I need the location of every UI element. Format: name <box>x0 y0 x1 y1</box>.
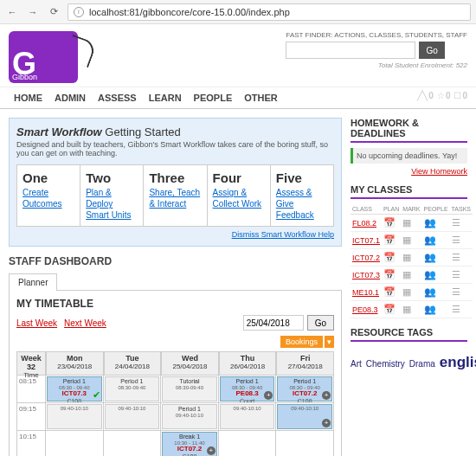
timetable-cell[interactable]: Period 109:40-10:10 <box>161 403 219 431</box>
forward-button[interactable]: → <box>26 5 40 19</box>
class-row: ICT07.1📅▦👥☰ <box>351 232 473 249</box>
fast-finder-input[interactable] <box>286 42 415 59</box>
timetable-cell[interactable] <box>276 431 334 456</box>
timetable-cell[interactable]: 09:40-10:10+ <box>276 403 334 431</box>
timetable-cell[interactable]: Tutorial08:30-09:40 <box>161 376 219 403</box>
plan-icon[interactable]: 📅 <box>382 249 401 267</box>
bookings-button[interactable]: Bookings <box>280 336 323 348</box>
date-input[interactable] <box>243 315 304 331</box>
smart-workflow-panel: Smart Workflow Getting Started Designed … <box>9 118 342 247</box>
plus-icon[interactable]: + <box>207 446 215 455</box>
mark-icon[interactable]: ▦ <box>401 267 421 284</box>
nav-admin[interactable]: ADMIN <box>55 93 86 103</box>
people-icon[interactable]: 👥 <box>422 301 450 318</box>
workflow-step-link[interactable]: Create Outcomes <box>23 187 74 209</box>
tasks-icon[interactable]: ☰ <box>450 267 473 284</box>
last-week-link[interactable]: Last Week <box>16 318 57 328</box>
fast-finder-go-button[interactable]: Go <box>419 42 444 59</box>
plan-icon[interactable]: 📅 <box>382 267 401 284</box>
people-icon[interactable]: 👥 <box>422 249 450 267</box>
enrolment-count: Total Student Enrolment: 522 <box>286 61 467 69</box>
timetable-cell[interactable]: 09:40-10:10 <box>46 403 104 431</box>
tasks-icon[interactable]: ☰ <box>450 249 473 267</box>
class-link[interactable]: ICT07.1 <box>352 236 380 245</box>
check-icon: ✔ <box>93 389 100 400</box>
back-button[interactable]: ← <box>5 5 19 19</box>
timetable-title: MY TIMETABLE <box>16 298 334 310</box>
class-link[interactable]: PE08.3 <box>352 305 378 314</box>
notif-star[interactable]: ☆ 0 <box>437 91 451 100</box>
dismiss-smart-workflow-link[interactable]: Dismiss Smart Workflow Help <box>16 230 334 239</box>
notif-message[interactable]: ☐ 0 <box>453 91 467 100</box>
day-header: Thu26/04/2018 <box>219 351 277 376</box>
people-icon[interactable]: 👥 <box>422 215 450 232</box>
plan-icon[interactable]: 📅 <box>382 284 401 301</box>
class-row: ICT07.3📅▦👥☰ <box>351 267 473 284</box>
timetable-cell[interactable]: Period 108:30 - 09:40ICT07.2C108+ <box>276 376 334 403</box>
workflow-step-link[interactable]: Share, Teach & Interact <box>149 187 201 209</box>
tasks-icon[interactable]: ☰ <box>450 284 473 301</box>
people-icon[interactable]: 👥 <box>422 284 450 301</box>
resource-tags: ArtChemistryDramaenglishIBChemIBPhysicsI… <box>351 350 467 374</box>
mark-icon[interactable]: ▦ <box>401 284 421 301</box>
plus-icon[interactable]: + <box>322 419 331 427</box>
day-header: Fri27/04/2018 <box>276 351 334 376</box>
nav-people[interactable]: PEOPLE <box>194 93 233 103</box>
resource-tag[interactable]: Drama <box>409 359 435 369</box>
nav-learn[interactable]: LEARN <box>149 93 182 103</box>
timetable-cell[interactable]: Period 108:30-09:40 <box>104 376 162 403</box>
notif-activity[interactable]: ╱╲ 0 <box>417 91 434 100</box>
nav-other[interactable]: OTHER <box>244 93 278 103</box>
resource-tag[interactable]: Art <box>351 359 362 369</box>
tab-planner[interactable]: Planner <box>9 273 57 291</box>
url-bar[interactable]: i localhost:81/gibboncore/core-15.0.00/i… <box>68 3 471 21</box>
timetable-cell[interactable]: Period 108:30 - 09:40ICT07.3C108✔ <box>46 376 104 403</box>
smart-workflow-title: Smart Workflow Getting Started <box>16 125 334 138</box>
class-row: PE08.3📅▦👥☰ <box>351 301 473 318</box>
workflow-step-link[interactable]: Assign & Collect Work <box>213 187 265 209</box>
workflow-step-link[interactable]: Assess & Give Feedback <box>276 187 328 221</box>
plan-icon[interactable]: 📅 <box>382 301 401 318</box>
mark-icon[interactable]: ▦ <box>401 215 421 232</box>
nav-home[interactable]: HOME <box>14 93 42 103</box>
nav-assess[interactable]: ASSESS <box>98 93 137 103</box>
day-header: Wed25/04/2018 <box>161 351 219 376</box>
classes-heading: MY CLASSES <box>351 184 467 199</box>
people-icon[interactable]: 👥 <box>422 232 450 249</box>
workflow-step-link[interactable]: Plan & Deploy Smart Units <box>86 187 138 221</box>
class-link[interactable]: ICT07.3 <box>352 271 380 279</box>
fast-finder: FAST FINDER: ACTIONS, CLASSES, STUDENTS,… <box>286 31 467 69</box>
plus-icon[interactable]: + <box>322 391 331 400</box>
tasks-icon[interactable]: ☰ <box>450 232 473 249</box>
resource-tag[interactable]: Chemistry <box>366 359 405 369</box>
main-nav: HOMEADMINASSESSLEARNPEOPLEOTHER ╱╲ 0 ☆ 0… <box>0 87 476 109</box>
mark-icon[interactable]: ▦ <box>401 232 421 249</box>
logo[interactable]: G Gibbon <box>9 31 78 83</box>
next-week-link[interactable]: Next Week <box>64 318 106 328</box>
plan-icon[interactable]: 📅 <box>382 232 401 249</box>
timetable-cell[interactable]: Period 108:30 - 09:40PE08.3Court+ <box>219 376 277 403</box>
timetable-cell[interactable] <box>219 431 277 456</box>
reload-button[interactable]: ⟳ <box>47 5 61 19</box>
timetable-cell[interactable]: 09:40-10:10 <box>219 403 277 431</box>
mark-icon[interactable]: ▦ <box>401 249 421 267</box>
view-homework-link[interactable]: View Homework <box>351 167 467 176</box>
people-icon[interactable]: 👥 <box>422 267 450 284</box>
class-link[interactable]: FL08.2 <box>352 219 376 228</box>
timetable-cell[interactable] <box>46 431 104 456</box>
info-icon: i <box>74 7 84 17</box>
mark-icon[interactable]: ▦ <box>401 301 421 318</box>
date-go-button[interactable]: Go <box>307 315 334 331</box>
bookings-toggle-icon[interactable]: ▾ <box>325 336 334 348</box>
class-link[interactable]: ICT07.2 <box>352 254 380 262</box>
timetable-cell[interactable] <box>104 431 162 456</box>
class-link[interactable]: ME10.1 <box>352 288 379 297</box>
tasks-icon[interactable]: ☰ <box>450 301 473 318</box>
tasks-icon[interactable]: ☰ <box>450 215 473 232</box>
timetable-cell[interactable]: Break 110:30 - 11:40ICT07.2C108+ <box>161 431 219 456</box>
fast-finder-label: FAST FINDER: ACTIONS, CLASSES, STUDENTS,… <box>286 31 467 39</box>
timetable-cell[interactable]: 09:40-10:10 <box>104 403 162 431</box>
resource-tag[interactable]: english <box>440 354 476 370</box>
plan-icon[interactable]: 📅 <box>382 215 401 232</box>
workflow-step: TwoPlan & Deploy Smart Units <box>80 165 144 226</box>
